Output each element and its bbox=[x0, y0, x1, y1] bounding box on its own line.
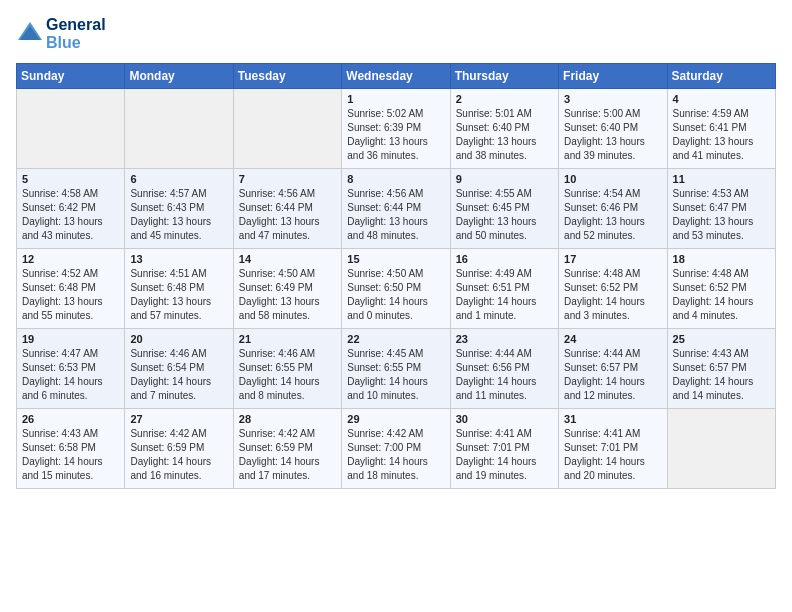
daylight-text: Daylight: 14 hours and 8 minutes. bbox=[239, 375, 336, 403]
sunset-text: Sunset: 6:59 PM bbox=[239, 441, 336, 455]
day-detail: Sunrise: 4:42 AMSunset: 6:59 PMDaylight:… bbox=[239, 427, 336, 483]
day-detail: Sunrise: 4:52 AMSunset: 6:48 PMDaylight:… bbox=[22, 267, 119, 323]
sunset-text: Sunset: 6:54 PM bbox=[130, 361, 227, 375]
day-number: 14 bbox=[239, 253, 336, 265]
weekday-header-row: SundayMondayTuesdayWednesdayThursdayFrid… bbox=[17, 64, 776, 89]
day-number: 21 bbox=[239, 333, 336, 345]
sunrise-text: Sunrise: 5:01 AM bbox=[456, 107, 553, 121]
daylight-text: Daylight: 13 hours and 55 minutes. bbox=[22, 295, 119, 323]
sunset-text: Sunset: 6:44 PM bbox=[347, 201, 444, 215]
sunset-text: Sunset: 6:47 PM bbox=[673, 201, 770, 215]
sunrise-text: Sunrise: 4:48 AM bbox=[673, 267, 770, 281]
sunrise-text: Sunrise: 4:41 AM bbox=[564, 427, 661, 441]
sunrise-text: Sunrise: 5:02 AM bbox=[347, 107, 444, 121]
daylight-text: Daylight: 13 hours and 57 minutes. bbox=[130, 295, 227, 323]
sunset-text: Sunset: 6:55 PM bbox=[239, 361, 336, 375]
day-cell: 15Sunrise: 4:50 AMSunset: 6:50 PMDayligh… bbox=[342, 249, 450, 329]
logo: General Blue bbox=[16, 16, 106, 51]
sunrise-text: Sunrise: 4:42 AM bbox=[239, 427, 336, 441]
day-detail: Sunrise: 4:42 AMSunset: 7:00 PMDaylight:… bbox=[347, 427, 444, 483]
day-cell: 27Sunrise: 4:42 AMSunset: 6:59 PMDayligh… bbox=[125, 409, 233, 489]
sunrise-text: Sunrise: 4:53 AM bbox=[673, 187, 770, 201]
day-detail: Sunrise: 4:56 AMSunset: 6:44 PMDaylight:… bbox=[239, 187, 336, 243]
day-number: 7 bbox=[239, 173, 336, 185]
day-cell bbox=[17, 89, 125, 169]
day-number: 15 bbox=[347, 253, 444, 265]
day-cell bbox=[125, 89, 233, 169]
day-detail: Sunrise: 4:51 AMSunset: 6:48 PMDaylight:… bbox=[130, 267, 227, 323]
sunrise-text: Sunrise: 4:45 AM bbox=[347, 347, 444, 361]
daylight-text: Daylight: 14 hours and 7 minutes. bbox=[130, 375, 227, 403]
sunrise-text: Sunrise: 4:51 AM bbox=[130, 267, 227, 281]
day-number: 24 bbox=[564, 333, 661, 345]
day-cell bbox=[233, 89, 341, 169]
sunrise-text: Sunrise: 4:50 AM bbox=[239, 267, 336, 281]
day-detail: Sunrise: 4:54 AMSunset: 6:46 PMDaylight:… bbox=[564, 187, 661, 243]
sunrise-text: Sunrise: 4:41 AM bbox=[456, 427, 553, 441]
day-cell: 8Sunrise: 4:56 AMSunset: 6:44 PMDaylight… bbox=[342, 169, 450, 249]
day-cell: 28Sunrise: 4:42 AMSunset: 6:59 PMDayligh… bbox=[233, 409, 341, 489]
week-row-5: 26Sunrise: 4:43 AMSunset: 6:58 PMDayligh… bbox=[17, 409, 776, 489]
day-cell: 4Sunrise: 4:59 AMSunset: 6:41 PMDaylight… bbox=[667, 89, 775, 169]
day-number: 22 bbox=[347, 333, 444, 345]
day-detail: Sunrise: 4:50 AMSunset: 6:49 PMDaylight:… bbox=[239, 267, 336, 323]
day-cell: 9Sunrise: 4:55 AMSunset: 6:45 PMDaylight… bbox=[450, 169, 558, 249]
day-cell: 26Sunrise: 4:43 AMSunset: 6:58 PMDayligh… bbox=[17, 409, 125, 489]
day-number: 31 bbox=[564, 413, 661, 425]
day-detail: Sunrise: 4:44 AMSunset: 6:57 PMDaylight:… bbox=[564, 347, 661, 403]
logo-text-line1: General bbox=[46, 16, 106, 34]
day-cell: 2Sunrise: 5:01 AMSunset: 6:40 PMDaylight… bbox=[450, 89, 558, 169]
day-detail: Sunrise: 4:47 AMSunset: 6:53 PMDaylight:… bbox=[22, 347, 119, 403]
sunrise-text: Sunrise: 4:46 AM bbox=[130, 347, 227, 361]
sunset-text: Sunset: 7:00 PM bbox=[347, 441, 444, 455]
daylight-text: Daylight: 13 hours and 39 minutes. bbox=[564, 135, 661, 163]
day-cell: 21Sunrise: 4:46 AMSunset: 6:55 PMDayligh… bbox=[233, 329, 341, 409]
weekday-header-sunday: Sunday bbox=[17, 64, 125, 89]
day-number: 20 bbox=[130, 333, 227, 345]
day-detail: Sunrise: 4:55 AMSunset: 6:45 PMDaylight:… bbox=[456, 187, 553, 243]
weekday-header-friday: Friday bbox=[559, 64, 667, 89]
sunset-text: Sunset: 6:41 PM bbox=[673, 121, 770, 135]
day-cell: 13Sunrise: 4:51 AMSunset: 6:48 PMDayligh… bbox=[125, 249, 233, 329]
sunset-text: Sunset: 6:59 PM bbox=[130, 441, 227, 455]
day-number: 11 bbox=[673, 173, 770, 185]
day-detail: Sunrise: 4:46 AMSunset: 6:55 PMDaylight:… bbox=[239, 347, 336, 403]
sunrise-text: Sunrise: 5:00 AM bbox=[564, 107, 661, 121]
sunset-text: Sunset: 6:56 PM bbox=[456, 361, 553, 375]
daylight-text: Daylight: 14 hours and 12 minutes. bbox=[564, 375, 661, 403]
sunrise-text: Sunrise: 4:50 AM bbox=[347, 267, 444, 281]
day-number: 4 bbox=[673, 93, 770, 105]
weekday-header-thursday: Thursday bbox=[450, 64, 558, 89]
sunrise-text: Sunrise: 4:43 AM bbox=[673, 347, 770, 361]
day-number: 6 bbox=[130, 173, 227, 185]
day-cell: 16Sunrise: 4:49 AMSunset: 6:51 PMDayligh… bbox=[450, 249, 558, 329]
day-detail: Sunrise: 4:42 AMSunset: 6:59 PMDaylight:… bbox=[130, 427, 227, 483]
day-detail: Sunrise: 4:48 AMSunset: 6:52 PMDaylight:… bbox=[673, 267, 770, 323]
day-detail: Sunrise: 4:57 AMSunset: 6:43 PMDaylight:… bbox=[130, 187, 227, 243]
weekday-header-tuesday: Tuesday bbox=[233, 64, 341, 89]
sunset-text: Sunset: 7:01 PM bbox=[564, 441, 661, 455]
day-cell: 14Sunrise: 4:50 AMSunset: 6:49 PMDayligh… bbox=[233, 249, 341, 329]
daylight-text: Daylight: 13 hours and 43 minutes. bbox=[22, 215, 119, 243]
day-cell: 29Sunrise: 4:42 AMSunset: 7:00 PMDayligh… bbox=[342, 409, 450, 489]
sunrise-text: Sunrise: 4:52 AM bbox=[22, 267, 119, 281]
day-detail: Sunrise: 4:43 AMSunset: 6:58 PMDaylight:… bbox=[22, 427, 119, 483]
day-detail: Sunrise: 4:56 AMSunset: 6:44 PMDaylight:… bbox=[347, 187, 444, 243]
sunset-text: Sunset: 6:49 PM bbox=[239, 281, 336, 295]
sunrise-text: Sunrise: 4:58 AM bbox=[22, 187, 119, 201]
day-cell: 31Sunrise: 4:41 AMSunset: 7:01 PMDayligh… bbox=[559, 409, 667, 489]
day-cell: 5Sunrise: 4:58 AMSunset: 6:42 PMDaylight… bbox=[17, 169, 125, 249]
weekday-header-wednesday: Wednesday bbox=[342, 64, 450, 89]
sunset-text: Sunset: 6:48 PM bbox=[22, 281, 119, 295]
day-detail: Sunrise: 4:43 AMSunset: 6:57 PMDaylight:… bbox=[673, 347, 770, 403]
sunset-text: Sunset: 6:57 PM bbox=[673, 361, 770, 375]
daylight-text: Daylight: 14 hours and 17 minutes. bbox=[239, 455, 336, 483]
sunset-text: Sunset: 6:53 PM bbox=[22, 361, 119, 375]
logo-text-line2: Blue bbox=[46, 34, 106, 52]
day-detail: Sunrise: 4:50 AMSunset: 6:50 PMDaylight:… bbox=[347, 267, 444, 323]
sunrise-text: Sunrise: 4:42 AM bbox=[347, 427, 444, 441]
daylight-text: Daylight: 13 hours and 41 minutes. bbox=[673, 135, 770, 163]
day-number: 3 bbox=[564, 93, 661, 105]
day-number: 8 bbox=[347, 173, 444, 185]
daylight-text: Daylight: 13 hours and 47 minutes. bbox=[239, 215, 336, 243]
